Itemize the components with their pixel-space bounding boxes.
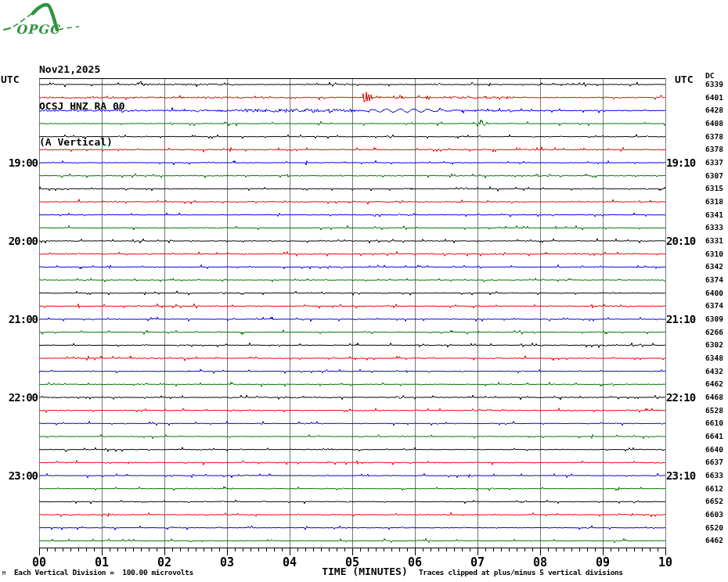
dc-value: 6520 xyxy=(705,524,723,532)
dc-value: 6331 xyxy=(705,237,723,245)
right-time-label: 20:10 xyxy=(666,235,695,247)
x-tick-label: 10 xyxy=(650,555,681,569)
dc-value: 6318 xyxy=(705,198,723,206)
utc-label-left: UTC xyxy=(1,74,19,85)
header-station-code: OCSJ HNZ RA 00 xyxy=(39,100,125,113)
dc-value: 6641 xyxy=(705,433,723,440)
dc-value: 6315 xyxy=(705,185,723,192)
clip-note: Traces clipped at plus/minus 5 vertical … xyxy=(419,568,623,577)
dc-value: 6401 xyxy=(705,94,723,102)
left-time-label: 22:00 xyxy=(0,391,38,404)
utc-label-right: UTC xyxy=(675,74,693,85)
left-time-label: 21:00 xyxy=(0,313,38,325)
dc-value: 6341 xyxy=(705,211,723,219)
dc-value: 6408 xyxy=(705,120,723,128)
dc-value: 6339 xyxy=(705,81,723,88)
x-tick-label: 04 xyxy=(274,555,305,569)
dc-value: 6342 xyxy=(705,263,723,271)
dc-value: 6374 xyxy=(705,302,723,310)
x-tick-label: 03 xyxy=(211,555,243,569)
right-time-label: 21:10 xyxy=(666,313,695,325)
stray-mark: M xyxy=(2,570,5,577)
right-time-label: 19:10 xyxy=(666,156,695,169)
logo-text: OPGC xyxy=(16,22,61,37)
dc-value: 6432 xyxy=(705,368,723,375)
left-time-label: 20:00 xyxy=(0,235,38,247)
dc-value: 6428 xyxy=(705,106,723,114)
dc-value: 6462 xyxy=(705,537,723,544)
scale-note: Each Vertical Division = 100.00 microvol… xyxy=(14,568,193,577)
header-date: Nov21,2025 xyxy=(39,63,125,76)
right-time-label: 22:10 xyxy=(666,391,695,404)
logo-dash-left xyxy=(4,28,10,30)
dc-value: 6400 xyxy=(705,289,723,297)
left-time-label: 19:00 xyxy=(0,156,38,169)
dc-value: 6348 xyxy=(705,354,723,362)
dc-value: 6310 xyxy=(705,250,723,258)
dc-value: 6309 xyxy=(705,315,723,323)
x-axis-title: TIME (MINUTES) xyxy=(322,566,408,577)
dc-value: 6612 xyxy=(705,485,723,493)
helicorder-page: OPGC Nov21,2025 OCSJ HNZ RA 00 (A Vertic… xyxy=(0,0,728,582)
dc-value: 6637 xyxy=(705,458,723,466)
dc-value: 6337 xyxy=(705,159,723,167)
header-block: Nov21,2025 OCSJ HNZ RA 00 (A Vertical) xyxy=(39,39,125,173)
dc-value: 6333 xyxy=(705,224,723,232)
dc-value: 6528 xyxy=(705,407,723,415)
dc-value: 6302 xyxy=(705,341,723,349)
header-component: (A Vertical) xyxy=(39,136,125,149)
dc-value: 6603 xyxy=(705,511,723,519)
right-time-label: 23:10 xyxy=(666,469,695,482)
dc-value: 6307 xyxy=(705,172,723,180)
dc-value: 6640 xyxy=(705,446,723,454)
left-time-label: 23:00 xyxy=(0,469,38,482)
dc-column-header: DC xyxy=(705,72,714,79)
dc-value: 6610 xyxy=(705,419,723,427)
dc-value: 6378 xyxy=(705,133,723,141)
dc-value: 6633 xyxy=(705,472,723,480)
dc-value: 6462 xyxy=(705,380,723,388)
dc-value: 6652 xyxy=(705,498,723,505)
logo-dash-right xyxy=(59,27,79,30)
opgc-logo: OPGC xyxy=(3,2,91,41)
dc-value: 6266 xyxy=(705,329,723,336)
dc-value: 6374 xyxy=(705,276,723,284)
dc-value: 6468 xyxy=(705,393,723,401)
dc-value: 6378 xyxy=(705,146,723,153)
